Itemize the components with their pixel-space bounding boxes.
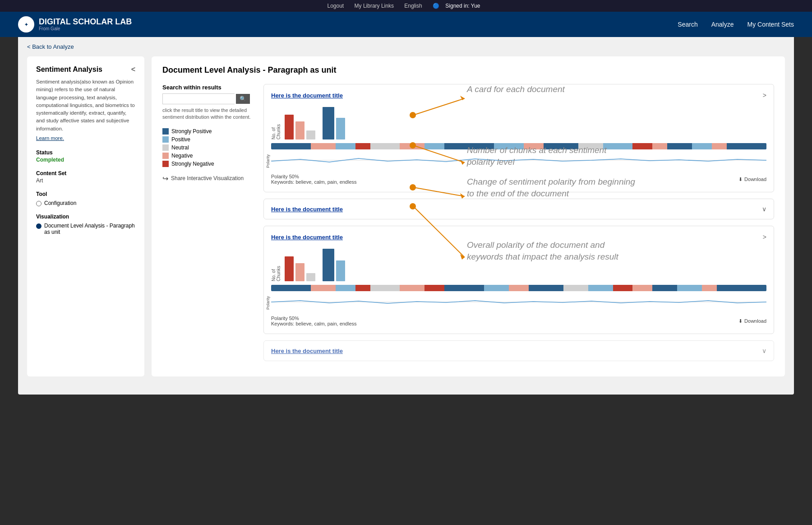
search-box[interactable]: 🔍: [162, 93, 235, 104]
chart-area-3: No. ofChunks: [271, 245, 766, 281]
viz-value: Document Level Analysis - Paragraph as u…: [44, 223, 135, 235]
doc-polarity-keywords-3: Polarity 50% Keywords: believe, calm, pa…: [271, 316, 357, 326]
viz-label: Visualization: [36, 214, 135, 220]
tool-label: Tool: [36, 191, 135, 197]
chart-area-1: No. ofChunks: [271, 103, 766, 139]
nav-content-sets[interactable]: My Content Sets: [747, 21, 794, 28]
doc-title-2[interactable]: Here is the document title: [271, 206, 343, 213]
tool-option: Configuration: [36, 200, 135, 206]
share-button[interactable]: ↪ Share Interactive Visualization: [162, 174, 253, 183]
logo-icon: ✦: [18, 16, 34, 33]
bar-neu-3: [306, 273, 315, 281]
sidebar-description: Sentiment analysis(also known as Opinion…: [36, 78, 135, 133]
bar-neu-1: [306, 130, 315, 139]
legend-positive: Positive: [162, 136, 253, 143]
left-controls: Search within results 🔍 click the result…: [162, 84, 253, 367]
bar-chart-3: [285, 245, 345, 281]
close-sidebar-button[interactable]: <: [131, 65, 135, 74]
search-within-label: Search within results: [162, 84, 253, 91]
nav-links: Search Analyze My Content Sets: [678, 21, 794, 28]
polarity-line-svg-3: [271, 293, 766, 311]
content-set-label: Content Set: [36, 170, 135, 177]
positive-swatch: [162, 136, 169, 143]
legend-neutral: Neutral: [162, 144, 253, 151]
y-axis-label-1: No. ofChunks: [271, 103, 281, 139]
tool-value: Configuration: [44, 200, 76, 206]
share-icon: ↪: [162, 174, 168, 183]
search-button[interactable]: 🔍: [236, 94, 250, 104]
my-library-links[interactable]: My Library Links: [355, 3, 394, 9]
doc-footer-3: Polarity 50% Keywords: believe, calm, pa…: [271, 316, 766, 326]
strongly-negative-swatch: [162, 161, 169, 167]
strongly-positive-swatch: [162, 128, 169, 135]
bar-sp-3: [323, 249, 334, 281]
legend-sp-label: Strongly Positive: [171, 128, 212, 135]
nav-analyze[interactable]: Analyze: [711, 21, 734, 28]
doc-chevron-4[interactable]: ∨: [762, 347, 766, 354]
bar-sp-1: [323, 107, 334, 139]
viz-radio[interactable]: [36, 223, 42, 229]
viz-option: Document Level Analysis - Paragraph as u…: [36, 223, 135, 235]
bar-p-3: [336, 260, 345, 281]
document-cards-area: Here is the document title > No. ofChunk…: [263, 84, 774, 367]
doc-title-3[interactable]: Here is the document title: [271, 234, 343, 241]
panel-title: Document Level Analysis - Paragraph as u…: [162, 65, 774, 75]
polarity-line-svg-1: [271, 151, 766, 169]
search-hint: click the result title to view the detai…: [162, 107, 253, 121]
doc-title-4[interactable]: Here is the document title: [271, 348, 343, 354]
doc-chevron-2[interactable]: ∨: [762, 205, 766, 213]
doc-chevron-3[interactable]: >: [763, 233, 766, 241]
nav-search[interactable]: Search: [678, 21, 697, 28]
content-set-value: Art: [36, 177, 135, 184]
legend-neg-label: Negative: [171, 153, 193, 159]
main-wrapper: < Back to Analyze Sentiment Analysis < S…: [18, 37, 794, 395]
share-label: Share Interactive Visualization: [171, 175, 244, 181]
polarity-1: Polarity 50%: [271, 174, 357, 179]
bar-p-1: [336, 118, 345, 139]
legend-n-label: Neutral: [171, 144, 189, 151]
legend-sn-label: Strongly Negative: [171, 161, 214, 167]
google-sign-in: 🔵 Signed in: Yue: [433, 3, 485, 9]
polarity-y-label-3: Polarity: [266, 296, 270, 310]
document-card-3: Here is the document title > No. ofChunk…: [263, 226, 774, 334]
back-to-analyze[interactable]: < Back to Analyze: [18, 37, 794, 56]
tool-radio[interactable]: [36, 201, 42, 206]
legend-strongly-negative: Strongly Negative: [162, 161, 253, 167]
doc-chevron-1[interactable]: >: [763, 92, 766, 99]
keywords-1: Keywords: believe, calm, pain, endless: [271, 179, 357, 185]
doc-card-1-header: Here is the document title >: [271, 92, 766, 99]
download-icon-3: ⬇: [738, 318, 743, 324]
search-within-section: Search within results 🔍 click the result…: [162, 84, 253, 121]
document-card-1: Here is the document title > No. ofChunk…: [263, 84, 774, 192]
document-card-2: Here is the document title ∨: [263, 199, 774, 219]
language-selector[interactable]: English: [404, 3, 422, 9]
left-sidebar: Sentiment Analysis < Sentiment analysis(…: [27, 56, 144, 376]
document-card-4: Here is the document title ∨: [263, 340, 774, 361]
polarity-y-label-1: Polarity: [266, 154, 270, 168]
doc-title-1[interactable]: Here is the document title: [271, 92, 343, 99]
bar-chart-1: [285, 103, 345, 139]
polarity-chart-3: Polarity: [271, 293, 766, 313]
search-input[interactable]: [163, 94, 236, 104]
sidebar-learn-more-link[interactable]: Learn more.: [36, 135, 135, 142]
doc-card-3-header: Here is the document title >: [271, 233, 766, 241]
logout-link[interactable]: Logout: [328, 3, 344, 9]
download-button-1[interactable]: ⬇ Download: [738, 177, 766, 182]
download-label-1: Download: [744, 177, 766, 182]
logo-text-block: DIGITAL SCHOLAR LAB From Gale: [39, 18, 132, 32]
sidebar-title: Sentiment Analysis <: [36, 65, 135, 74]
download-button-3[interactable]: ⬇ Download: [738, 318, 766, 324]
legend-strongly-positive: Strongly Positive: [162, 128, 253, 135]
stacked-row-3: [271, 285, 766, 291]
neutral-swatch: [162, 144, 169, 151]
right-main-panel: Document Level Analysis - Paragraph as u…: [152, 56, 785, 376]
download-icon-1: ⬇: [738, 177, 743, 182]
negative-swatch: [162, 153, 169, 159]
download-label-3: Download: [744, 318, 766, 324]
bar-neg-1: [295, 121, 304, 139]
app-name: DIGITAL SCHOLAR LAB: [39, 18, 132, 27]
stacked-row-1: [271, 143, 766, 149]
logo-area: ✦ DIGITAL SCHOLAR LAB From Gale: [18, 16, 678, 33]
app-sub: From Gale: [39, 26, 132, 31]
legend-p-label: Positive: [171, 136, 190, 143]
